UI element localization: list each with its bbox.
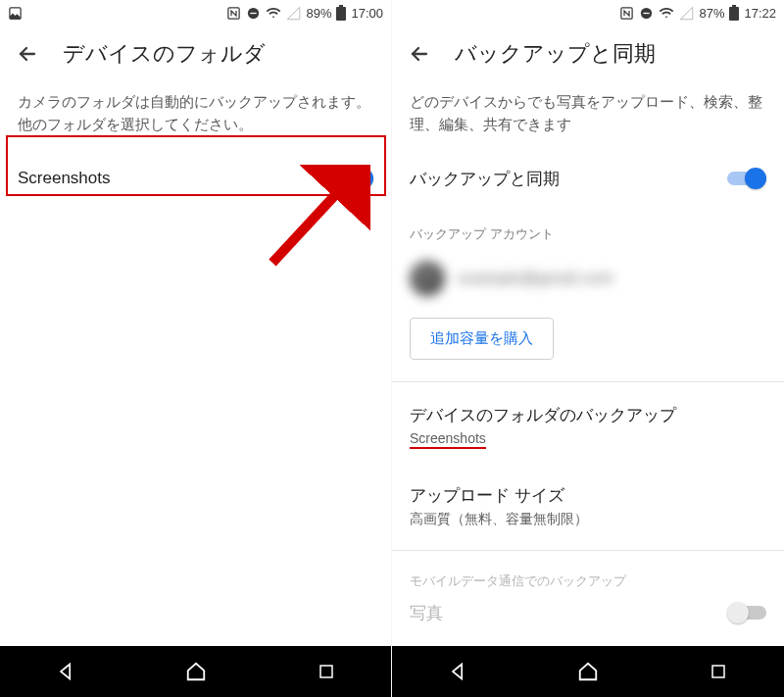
photos-toggle[interactable] [727,602,766,623]
svg-rect-12 [732,5,736,7]
divider [392,550,784,551]
svg-rect-11 [644,12,650,13]
status-bar: 87% 17:22 [392,0,784,25]
svg-rect-5 [336,7,346,21]
wifi-icon [659,5,674,21]
page-description: カメラのフォルダは自動的にバックアップされます。他のフォルダを選択してください。 [0,82,391,150]
device-folders-title: デバイスのフォルダのバックアップ [410,404,766,426]
account-email: example@gmail.com [459,270,613,287]
wifi-icon [266,5,281,21]
device-folders-setting[interactable]: デバイスのフォルダのバックアップ Screenshots [392,386,784,467]
nfc-icon [226,6,241,21]
signal-icon [679,6,694,21]
svg-rect-8 [320,666,332,677]
photos-label: 写真 [410,602,443,624]
nav-home-button[interactable] [173,649,219,694]
back-button[interactable] [406,40,433,68]
clock-text: 17:00 [351,6,383,21]
page-description: どのデバイスからでも写真をアップロード、検索、整理、編集、共有できます [392,82,784,150]
nav-bar [392,646,784,697]
backup-account-row[interactable]: example@gmail.com [392,249,784,314]
folder-row-screenshots[interactable]: Screenshots [0,150,391,207]
page-title: バックアップと同期 [455,39,656,69]
nfc-icon [619,6,634,21]
nav-recent-button[interactable] [304,649,349,694]
mobile-data-caption: モバイルデータ通信でのバックアップ [392,555,784,596]
battery-percent: 87% [699,6,724,21]
svg-rect-13 [729,7,739,21]
screen-device-folders: 89% 17:00 デバイスのフォルダ カメラのフォルダは自動的にバックアップさ… [0,0,392,697]
nav-back-button[interactable] [43,649,88,694]
photos-mobile-data-row[interactable]: 写真 [392,596,784,630]
nav-bar [0,646,391,697]
battery-icon [336,5,346,21]
status-bar: 89% 17:00 [0,0,391,25]
folder-toggle[interactable] [334,168,373,189]
nav-back-button[interactable] [435,649,480,694]
nav-home-button[interactable] [565,649,611,694]
app-bar: バックアップと同期 [392,25,784,82]
battery-percent: 89% [306,6,331,21]
buy-storage-button[interactable]: 追加容量を購入 [410,318,554,360]
backup-sync-toggle[interactable] [727,168,766,189]
page-title: デバイスのフォルダ [63,39,266,69]
image-icon [8,6,23,21]
backup-sync-label: バックアップと同期 [410,168,560,190]
back-button[interactable] [14,40,41,68]
svg-rect-14 [712,666,724,677]
screen-backup-and-sync: 87% 17:22 バックアップと同期 どのデバイスからでも写真をアップロード、… [392,0,784,697]
device-folders-sub: Screenshots [410,430,486,449]
nav-recent-button[interactable] [696,649,741,694]
upload-size-sub: 高画質（無料、容量無制限） [410,511,766,528]
battery-icon [729,5,739,21]
backup-sync-row[interactable]: バックアップと同期 [392,150,784,208]
svg-rect-4 [339,5,343,7]
svg-rect-3 [251,12,257,13]
avatar [410,261,445,296]
backup-account-caption: バックアップ アカウント [392,208,784,249]
signal-icon [286,6,301,21]
dnd-icon [246,6,261,21]
clock-text: 17:22 [744,6,776,21]
dnd-icon [639,6,654,21]
app-bar: デバイスのフォルダ [0,25,391,82]
folder-label: Screenshots [18,169,111,188]
upload-size-setting[interactable]: アップロード サイズ 高画質（無料、容量無制限） [392,467,784,546]
divider [392,381,784,382]
upload-size-title: アップロード サイズ [410,484,766,507]
